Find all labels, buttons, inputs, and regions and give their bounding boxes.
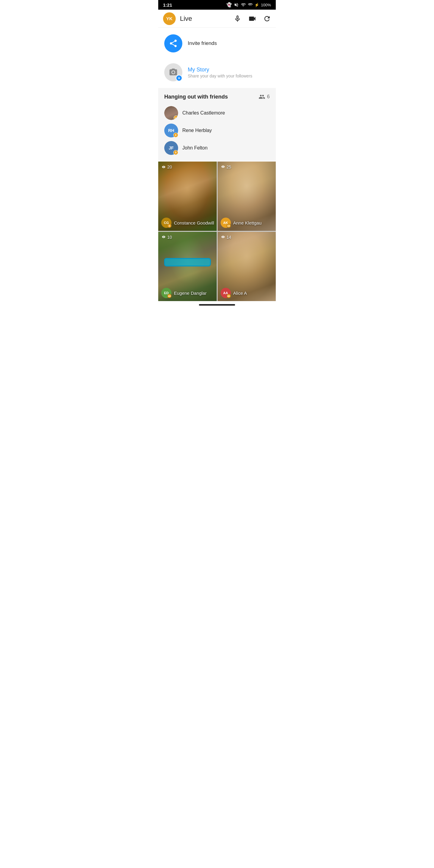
member-item[interactable]: JF 0 John Felton: [164, 139, 270, 157]
status-icons: 👻 ⚡ 100%: [226, 2, 271, 7]
story-user-info-constance: CG 4 Constance Goodwill: [161, 218, 214, 228]
status-time: 1:21: [163, 2, 172, 7]
member-name-john: John Felton: [182, 145, 208, 151]
top-nav: YK Live: [158, 10, 276, 28]
story-user-info-alice: AA 40 Alice A: [221, 288, 247, 298]
home-indicator: [158, 301, 276, 307]
story-mini-badge-eugene: 40: [167, 294, 172, 298]
story-mini-avatar-alice: AA 40: [221, 288, 231, 298]
story-views-alice: 14: [221, 235, 231, 240]
member-badge-charles: 14: [174, 116, 178, 120]
story-name-eugene: Eugene Danglar: [174, 290, 207, 296]
video-camera-icon[interactable]: [248, 14, 256, 23]
invite-section[interactable]: Invite friends: [158, 28, 276, 59]
my-story-text: My Story Share your day with your follow…: [188, 67, 252, 79]
refresh-icon[interactable]: [263, 15, 271, 23]
member-badge-john: 0: [173, 150, 178, 155]
group-member-count: 6: [258, 93, 270, 100]
group-header: Hanging out with friends 6: [164, 93, 270, 100]
story-name-anne: Anne Klettgau: [233, 220, 261, 225]
story-name-constance: Constance Goodwill: [174, 220, 214, 225]
view-count-anne: 25: [227, 164, 231, 169]
eye-icon-constance: [161, 165, 166, 169]
story-cell-eugene[interactable]: 10 ED 40 Eugene Danglar: [158, 232, 217, 301]
story-views-constance: 20: [161, 164, 172, 169]
story-name-alice: Alice A: [233, 290, 247, 296]
group-card: Hanging out with friends 6 14 Charles Ca…: [158, 88, 276, 161]
home-bar: [199, 304, 235, 306]
my-story-subtitle: Share your day with your followers: [188, 73, 252, 79]
share-icon: [169, 39, 178, 48]
signal-icon: [248, 2, 253, 7]
story-views-eugene: 10: [161, 235, 172, 240]
mute-icon: [234, 2, 239, 7]
story-mini-avatar-anne: AK 10: [221, 218, 231, 228]
eye-icon-eugene: [161, 235, 166, 240]
member-item[interactable]: 14 Charles Castlemore: [164, 104, 270, 122]
member-badge-rene: 0: [173, 133, 178, 137]
microphone-icon[interactable]: [234, 15, 241, 23]
story-grid: 20 CG 4 Constance Goodwill 25 AK 10 Anne…: [158, 161, 276, 301]
story-mini-avatar-eugene: ED 40: [161, 288, 172, 298]
status-bar: 1:21 👻 ⚡ 100%: [158, 0, 276, 10]
story-add-plus: +: [176, 75, 182, 82]
battery-percent: 100%: [261, 3, 271, 7]
battery-icon: ⚡: [254, 3, 259, 7]
my-story-avatar-wrap: +: [164, 63, 182, 82]
my-story-title: My Story: [188, 67, 252, 73]
group-title: Hanging out with friends: [164, 94, 228, 100]
member-avatar-rene: RH 0: [164, 124, 178, 137]
story-user-info-anne: AK 10 Anne Klettgau: [221, 218, 261, 228]
nav-title: Live: [180, 15, 234, 23]
story-mini-badge-anne: 10: [227, 224, 231, 228]
user-avatar[interactable]: YK: [163, 12, 176, 25]
view-count-alice: 14: [227, 235, 231, 240]
invite-icon-circle: [164, 34, 182, 53]
story-mini-badge-constance: 4: [167, 224, 172, 228]
avatar-initials: YK: [166, 16, 173, 21]
story-views-anne: 25: [221, 164, 231, 169]
invite-label: Invite friends: [188, 40, 217, 46]
periscope-icon: 👻: [226, 2, 232, 7]
member-name-charles: Charles Castlemore: [182, 110, 225, 116]
story-mini-avatar-constance: CG 4: [161, 218, 172, 228]
story-cell-constance[interactable]: 20 CG 4 Constance Goodwill: [158, 161, 217, 231]
view-count-eugene: 10: [167, 235, 172, 240]
story-cell-anne[interactable]: 25 AK 10 Anne Klettgau: [218, 161, 276, 231]
eye-icon-alice: [221, 235, 225, 240]
story-mini-badge-alice: 40: [227, 294, 231, 298]
my-story-section[interactable]: + My Story Share your day with your foll…: [158, 59, 276, 88]
member-name-rene: Rene Herblay: [182, 128, 212, 133]
eye-icon-anne: [221, 164, 225, 169]
view-count-constance: 20: [167, 164, 172, 169]
wifi-icon: [241, 2, 246, 7]
people-icon: [258, 93, 265, 100]
story-cell-alice[interactable]: 14 AA 40 Alice A: [218, 232, 276, 301]
nav-icons: [234, 14, 271, 23]
member-count-num: 6: [267, 94, 270, 99]
member-avatar-john: JF 0: [164, 141, 178, 155]
member-item[interactable]: RH 0 Rene Herblay: [164, 122, 270, 139]
story-user-info-eugene: ED 40 Eugene Danglar: [161, 288, 207, 298]
member-avatar-charles: 14: [164, 106, 178, 120]
